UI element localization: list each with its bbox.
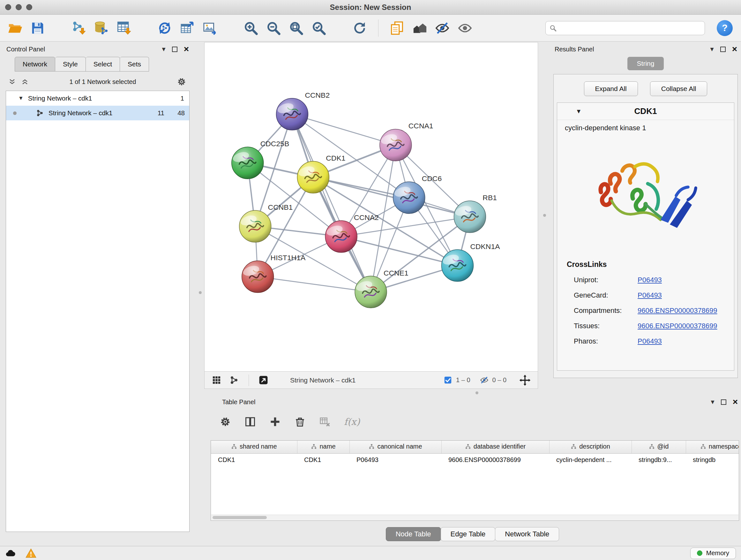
zoom-fit-button[interactable] [287,17,306,39]
grid-view-button[interactable] [212,375,221,385]
network-collection-row[interactable]: ▼ String Network – cdk1 1 [6,91,189,106]
show-columns-button[interactable] [245,416,256,428]
table-cell[interactable]: stringdb [686,453,739,466]
scrollbar-thumb[interactable] [212,516,267,519]
tab-sets[interactable]: Sets [120,57,149,71]
expand-all-button[interactable]: Expand All [584,81,638,96]
copy-document-button[interactable] [388,17,406,39]
network-canvas[interactable]: CCNB2CCNA1CDC25BCDK1CDC6RB1CCNB1CCNA2CDK… [205,43,538,371]
column-header-shared-name[interactable]: shared name [211,441,297,453]
collapse-all-icon[interactable] [8,78,16,85]
column-header-description[interactable]: description [549,441,631,453]
panel-close-icon[interactable]: × [732,45,737,54]
panel-close-icon[interactable]: × [184,45,189,54]
network-node-cdc6[interactable] [393,182,425,213]
hidden-eye-icon[interactable] [480,376,488,384]
table-panel-title: Table Panel [222,398,256,406]
crosslink-link[interactable]: 9606.ENSP00000378699 [637,307,718,314]
create-column-button[interactable] [269,416,281,428]
network-node-cdkn1a[interactable] [442,250,474,282]
tree-expanded-icon[interactable]: ▼ [18,95,23,102]
left-splitter-handle[interactable] [199,291,202,294]
selected-checkbox-icon[interactable] [444,376,452,384]
network-node-cdc25b[interactable] [232,147,264,179]
search-input[interactable] [559,24,701,32]
column-header-namespace[interactable]: namespace [686,441,739,453]
table-cell[interactable]: P06493 [349,453,441,466]
new-network-icon [157,21,172,36]
table-cell[interactable]: stringdb:9... [631,453,686,466]
panel-maximize-icon[interactable] [721,399,726,405]
apply-layout-button[interactable] [350,17,369,39]
open-session-button[interactable] [6,17,24,39]
tab-select[interactable]: Select [86,57,120,71]
crosslink-link[interactable]: P06493 [637,337,662,345]
panel-float-icon[interactable]: ▾ [711,398,715,406]
crosslink-link[interactable]: P06493 [637,276,662,284]
delete-column-button[interactable] [294,416,306,428]
import-network-from-file-button[interactable] [69,17,88,39]
panel-close-icon[interactable]: × [733,397,738,407]
horizontal-scrollbar[interactable] [211,515,738,520]
table-row[interactable]: CDK1CDK1P064939606.ENSP00000378699cyclin… [211,453,739,466]
zoom-selected-button[interactable] [310,17,328,39]
column-header-name[interactable]: name [297,441,349,453]
network-node-cdk1[interactable] [297,161,329,193]
crosslink-link[interactable]: 9606.ENSP00000378699 [637,322,718,330]
network-node-ccnb1[interactable] [239,210,271,242]
network-node-ccnb2[interactable] [276,98,308,130]
zoom-out-button[interactable] [264,17,283,39]
open-folder-icon [8,21,22,36]
move-crosshair-icon[interactable] [519,374,531,386]
panel-maximize-icon[interactable] [720,47,726,52]
section-collapse-icon[interactable]: ▼ [576,108,582,115]
tab-style[interactable]: Style [55,57,86,71]
save-session-button[interactable] [28,17,47,39]
network-node-hist1h1a[interactable] [242,261,274,293]
column-header-database-identifier[interactable]: database identifier [441,441,549,453]
delete-table-button [319,416,331,428]
collapse-all-button[interactable]: Collapse All [650,81,708,96]
column-header--id[interactable]: @id [631,441,686,453]
tab-network-table[interactable]: Network Table [495,527,559,541]
memory-button[interactable]: Memory [690,548,736,559]
panel-float-icon[interactable]: ▾ [711,46,714,53]
horizontal-splitter-handle[interactable] [475,391,478,394]
import-table-from-file-button[interactable] [115,17,133,39]
network-node-ccne1[interactable] [355,276,387,308]
warnings-button[interactable] [25,548,37,559]
column-header-canonical-name[interactable]: canonical name [349,441,441,453]
table-cell[interactable]: CDK1 [297,453,349,466]
table-cell[interactable]: 9606.ENSP00000378699 [441,453,549,466]
birds-eye-view-button[interactable] [259,375,268,385]
import-network-from-database-button[interactable] [92,17,111,39]
network-node-ccna1[interactable] [380,129,412,161]
cloud-status-button[interactable] [5,548,16,559]
expand-all-icon[interactable] [21,78,29,85]
tab-string[interactable]: String [627,57,664,70]
network-row-selected[interactable]: String Network – cdk1 11 48 [6,106,189,120]
panel-float-icon[interactable]: ▾ [162,46,165,53]
zoom-in-button[interactable] [242,17,260,39]
right-splitter-handle[interactable] [543,214,546,217]
network-node-ccna2[interactable] [325,221,357,253]
new-network-button[interactable] [155,17,174,39]
home-button[interactable] [410,17,429,39]
tab-node-table[interactable]: Node Table [386,527,441,541]
network-node-rb1[interactable] [454,201,486,233]
network-overview-button[interactable] [229,375,239,385]
help-button[interactable]: ? [717,20,733,36]
tab-network[interactable]: Network [15,57,55,71]
panel-maximize-icon[interactable] [172,47,178,52]
new-network-from-selection-button[interactable] [178,17,197,39]
crosslink-link[interactable]: P06493 [637,291,662,299]
gene-section-header[interactable]: ▼ CDK1 [557,103,734,120]
table-cell[interactable]: CDK1 [211,453,297,466]
table-cell[interactable]: cyclin-dependent ... [549,453,631,466]
tab-edge-table[interactable]: Edge Table [441,527,495,541]
export-image-button[interactable] [201,17,219,39]
show-all-button[interactable] [456,17,474,39]
table-settings-button[interactable] [219,416,231,428]
gear-icon[interactable] [177,77,186,86]
hide-selected-button[interactable] [433,17,452,39]
